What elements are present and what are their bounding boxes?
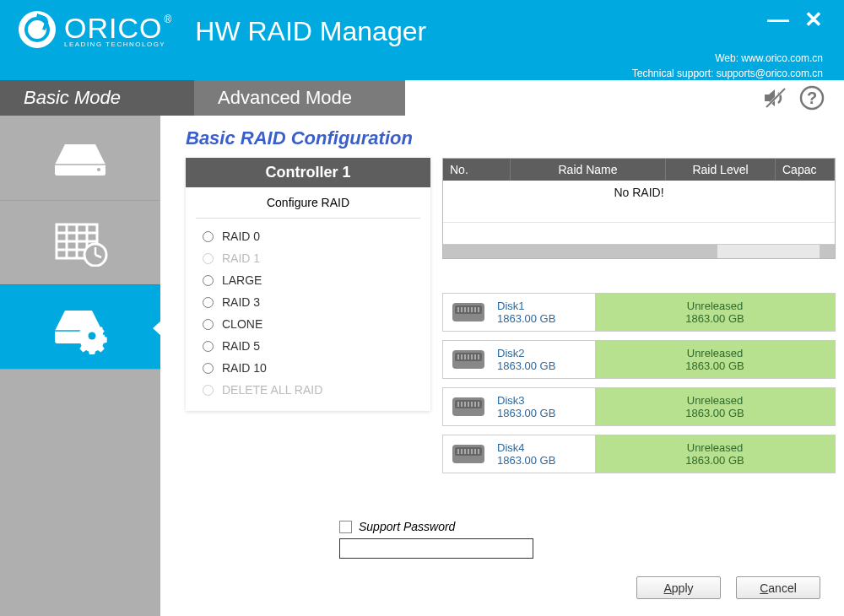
raid-option-label: LARGE bbox=[222, 273, 262, 287]
raid-table-empty: No RAID! bbox=[443, 181, 835, 203]
svg-rect-26 bbox=[461, 307, 463, 312]
svg-rect-35 bbox=[461, 354, 463, 359]
raid-option-label: RAID 0 bbox=[222, 230, 260, 243]
sidebar-item-disk[interactable] bbox=[0, 116, 160, 200]
tab-basic-mode[interactable]: Basic Mode bbox=[0, 80, 194, 116]
header-info: Web: www.orico.com.cn Technical support:… bbox=[632, 51, 823, 81]
raid-option-raid-10[interactable]: RAID 10 bbox=[203, 357, 422, 379]
disk-status-bar: Unreleased1863.00 GB bbox=[595, 294, 835, 331]
radio-icon bbox=[203, 275, 214, 286]
radio-icon bbox=[203, 319, 214, 330]
support-password-input[interactable] bbox=[339, 538, 533, 559]
svg-rect-52 bbox=[457, 449, 459, 454]
svg-rect-40 bbox=[478, 354, 479, 359]
svg-rect-30 bbox=[474, 307, 476, 312]
col-capacity: Capac bbox=[776, 159, 835, 181]
svg-rect-37 bbox=[468, 354, 469, 359]
close-button[interactable]: ✕ bbox=[804, 8, 823, 30]
raid-table: No. Raid Name Raid Level Capac No RAID! bbox=[442, 158, 836, 259]
disk-row[interactable]: Disk11863.00 GBUnreleased1863.00 GB bbox=[442, 293, 836, 332]
radio-icon bbox=[203, 341, 214, 352]
raid-option-label: RAID 1 bbox=[222, 251, 260, 265]
raid-option-raid-5[interactable]: RAID 5 bbox=[203, 335, 422, 357]
disk-icon bbox=[443, 435, 494, 473]
disk-info: Disk11863.00 GB bbox=[494, 294, 595, 331]
disk-icon bbox=[443, 294, 494, 331]
svg-rect-43 bbox=[457, 402, 459, 407]
disk-info: Disk41863.00 GB bbox=[494, 435, 595, 473]
raid-option-clone[interactable]: CLONE bbox=[203, 313, 422, 335]
radio-icon bbox=[203, 253, 214, 264]
col-raid-name: Raid Name bbox=[511, 159, 666, 181]
controller-panel: Controller 1 Configure RAID RAID 0RAID 1… bbox=[186, 158, 430, 411]
svg-rect-25 bbox=[457, 307, 459, 312]
svg-point-22 bbox=[89, 332, 96, 339]
svg-rect-53 bbox=[461, 449, 463, 454]
disk-icon bbox=[443, 341, 494, 378]
tab-advanced-mode[interactable]: Advanced Mode bbox=[194, 80, 405, 116]
radio-icon bbox=[203, 363, 214, 374]
svg-rect-29 bbox=[471, 307, 473, 312]
col-no: No. bbox=[443, 159, 511, 181]
raid-option-label: RAID 5 bbox=[222, 339, 260, 353]
disk-status-bar: Unreleased1863.00 GB bbox=[595, 435, 835, 473]
disk-row[interactable]: Disk21863.00 GBUnreleased1863.00 GB bbox=[442, 340, 836, 379]
svg-rect-56 bbox=[471, 449, 473, 454]
svg-rect-55 bbox=[468, 449, 469, 454]
disk-status-bar: Unreleased1863.00 GB bbox=[595, 388, 835, 425]
raid-option-large[interactable]: LARGE bbox=[203, 269, 422, 291]
brand-logo-icon bbox=[19, 11, 56, 48]
svg-rect-57 bbox=[474, 449, 476, 454]
cancel-button[interactable]: Cancel bbox=[736, 576, 820, 599]
web-link[interactable]: Web: www.orico.com.cn bbox=[632, 51, 823, 66]
mute-icon[interactable] bbox=[761, 85, 788, 111]
svg-rect-27 bbox=[464, 307, 466, 312]
controller-subtitle: Configure RAID bbox=[196, 187, 420, 219]
sidebar bbox=[0, 116, 160, 616]
svg-rect-31 bbox=[478, 307, 479, 312]
svg-rect-54 bbox=[464, 449, 466, 454]
svg-text:?: ? bbox=[807, 89, 817, 107]
svg-rect-36 bbox=[464, 354, 466, 359]
svg-rect-45 bbox=[464, 402, 466, 407]
support-password-label: Support Password bbox=[359, 520, 455, 533]
raid-option-label: DELETE ALL RAID bbox=[222, 383, 322, 397]
raid-option-raid-0[interactable]: RAID 0 bbox=[203, 225, 422, 247]
raid-option-label: RAID 3 bbox=[222, 295, 260, 309]
svg-rect-47 bbox=[471, 402, 473, 407]
svg-rect-34 bbox=[457, 354, 459, 359]
sidebar-item-schedule[interactable] bbox=[0, 200, 160, 284]
mode-tabs: Basic Mode Advanced Mode ? bbox=[0, 80, 844, 116]
disk-row[interactable]: Disk41863.00 GBUnreleased1863.00 GB bbox=[442, 435, 836, 473]
sidebar-item-raid-config[interactable] bbox=[0, 284, 160, 369]
col-raid-level: Raid Level bbox=[666, 159, 776, 181]
minimize-button[interactable]: — bbox=[767, 8, 789, 30]
support-password-checkbox[interactable]: Support Password bbox=[339, 520, 533, 533]
raid-option-raid-1: RAID 1 bbox=[203, 247, 422, 269]
apply-button[interactable]: Apply bbox=[636, 576, 721, 599]
radio-icon bbox=[203, 385, 214, 396]
svg-rect-46 bbox=[468, 402, 469, 407]
svg-rect-48 bbox=[474, 402, 476, 407]
registered-mark: ® bbox=[164, 14, 171, 25]
svg-rect-49 bbox=[478, 402, 479, 407]
disk-icon bbox=[443, 388, 494, 425]
brand-block: ORICO ® LEADING TECHNOLOGY HW RAID Manag… bbox=[19, 10, 426, 48]
brand-tagline: LEADING TECHNOLOGY bbox=[64, 41, 171, 48]
radio-icon bbox=[203, 297, 214, 308]
raid-option-raid-3[interactable]: RAID 3 bbox=[203, 291, 422, 313]
disk-status-bar: Unreleased1863.00 GB bbox=[595, 341, 835, 378]
svg-rect-28 bbox=[468, 307, 469, 312]
disk-info: Disk31863.00 GB bbox=[494, 388, 595, 425]
app-header: ORICO ® LEADING TECHNOLOGY HW RAID Manag… bbox=[0, 0, 844, 80]
svg-rect-38 bbox=[471, 354, 473, 359]
page-title: Basic RAID Configuration bbox=[186, 127, 836, 149]
svg-rect-39 bbox=[474, 354, 476, 359]
disk-row[interactable]: Disk31863.00 GBUnreleased1863.00 GB bbox=[442, 387, 836, 426]
radio-icon bbox=[203, 231, 214, 242]
help-icon[interactable]: ? bbox=[798, 84, 825, 111]
support-link[interactable]: Technical support: supports@orico.com.cn bbox=[632, 66, 823, 81]
main-panel: Basic RAID Configuration Controller 1 Co… bbox=[160, 116, 844, 616]
raid-option-label: CLONE bbox=[222, 317, 262, 331]
table-h-scrollbar[interactable] bbox=[443, 244, 835, 258]
